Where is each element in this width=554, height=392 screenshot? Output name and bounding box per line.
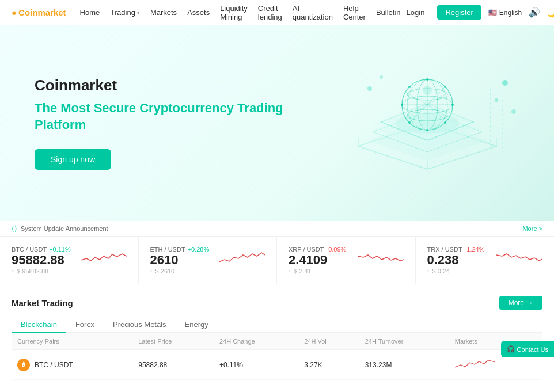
- td-turnover: 313.23M: [359, 350, 449, 380]
- svg-point-27: [444, 86, 446, 88]
- eth-sparkline: [219, 246, 265, 269]
- login-button[interactable]: Login: [401, 6, 431, 19]
- xrp-sparkline: [358, 246, 404, 269]
- hero-section: Coinmarket The Most Secure Cryptocurrenc…: [0, 25, 554, 221]
- td-vol: 3.27K: [298, 350, 359, 380]
- col-latest-price: Latest Price: [132, 333, 214, 350]
- row-sparkline: [455, 356, 495, 372]
- price-card-trx[interactable]: TRX / USDT -1.24% 0.238 ≈ $ 0.24: [416, 237, 555, 284]
- price-card-btc[interactable]: BTC / USDT +0.11% 95882.88 ≈ $ 95882.88: [0, 237, 139, 284]
- eth-usd: ≈ $ 2610: [150, 268, 210, 275]
- price-card-xrp[interactable]: XRP / USDT -0.09% 2.4109 ≈ $ 2.41: [277, 237, 416, 284]
- xrp-change: -0.09%: [327, 246, 347, 253]
- market-section: Market Trading More → Blockchain Forex P…: [0, 284, 554, 380]
- contact-us-button[interactable]: 🎧 Contact Us: [501, 341, 554, 357]
- nav-markets[interactable]: Markets: [150, 8, 177, 17]
- svg-point-35: [380, 75, 383, 79]
- theme-toggle-icon[interactable]: 🌙: [547, 7, 554, 18]
- td-pair: ₿ BTC / USDT: [12, 350, 132, 380]
- table-row[interactable]: ₿ BTC / USDT 95882.88 +0.11% 3.27K 313.2…: [12, 350, 542, 380]
- nav-credit[interactable]: Credit lending: [258, 4, 282, 21]
- flag-icon: 🇺🇸: [488, 9, 497, 17]
- btc-value: 95882.88: [12, 253, 71, 268]
- market-tabs: Blockchain Forex Precious Metals Energy: [12, 317, 542, 333]
- svg-point-32: [495, 98, 498, 102]
- tab-precious-metals[interactable]: Precious Metals: [104, 317, 175, 333]
- logo[interactable]: ● Coinmarket: [12, 7, 66, 17]
- chevron-down-icon: ▾: [137, 10, 140, 16]
- signup-button[interactable]: Sign up now: [35, 149, 111, 170]
- price-card-eth[interactable]: ETH / USDT +0.28% 2610 ≈ $ 2610: [139, 237, 278, 284]
- col-24h-turnover: 24H Turnover: [359, 333, 449, 350]
- trx-usd: ≈ $ 0.24: [427, 268, 485, 275]
- svg-point-23: [426, 129, 428, 131]
- ticker-text: System Update Announcement: [21, 225, 519, 232]
- table-header-row: Currency Pairs Latest Price 24H Change 2…: [12, 333, 542, 350]
- xrp-pair: XRP / USDT -0.09%: [289, 246, 346, 253]
- col-24h-change: 24H Change: [214, 333, 298, 350]
- market-title: Market Trading: [12, 298, 73, 308]
- svg-point-34: [367, 86, 372, 91]
- nav-liquidity[interactable]: Liquidity Mining: [220, 4, 248, 21]
- nav-bulletin[interactable]: Bulletin: [376, 8, 401, 17]
- td-change: +0.11%: [214, 350, 298, 380]
- nav-home[interactable]: Home: [80, 8, 100, 17]
- hero-brand: Coinmarket: [35, 77, 288, 94]
- headphone-icon[interactable]: 🔊: [529, 7, 540, 18]
- col-currency-pairs: Currency Pairs: [12, 333, 132, 350]
- logo-text: Coinmarket: [18, 7, 66, 17]
- nav-trading[interactable]: Trading ▾: [110, 8, 140, 17]
- lang-label: English: [499, 9, 522, 17]
- headset-icon: 🎧: [507, 345, 515, 353]
- logo-symbol: ●: [12, 7, 17, 17]
- svg-point-31: [502, 80, 508, 86]
- ticker-bar: ⟨⟩ System Update Announcement More >: [0, 221, 554, 237]
- hero-subtitle: The Most Secure Cryptocurrency Trading P…: [35, 100, 288, 133]
- svg-point-28: [408, 121, 411, 124]
- tab-blockchain[interactable]: Blockchain: [12, 317, 66, 333]
- btc-change: +0.11%: [49, 246, 71, 253]
- price-cards: BTC / USDT +0.11% 95882.88 ≈ $ 95882.88 …: [0, 237, 554, 284]
- eth-value: 2610: [150, 253, 210, 268]
- market-table: Currency Pairs Latest Price 24H Change 2…: [12, 333, 542, 380]
- nav-ai[interactable]: AI quantization: [293, 4, 333, 21]
- svg-point-33: [511, 109, 516, 114]
- language-selector[interactable]: 🇺🇸 English: [488, 9, 522, 17]
- trx-change: -1.24%: [465, 246, 485, 253]
- arrow-right-icon: →: [526, 299, 533, 307]
- btc-pair: BTC / USDT +0.11%: [12, 246, 71, 253]
- nav-assets[interactable]: Assets: [187, 8, 210, 17]
- market-header: Market Trading More →: [12, 296, 542, 310]
- svg-point-30: [423, 86, 432, 95]
- btc-usd: ≈ $ 95882.88: [12, 268, 71, 275]
- btc-icon: ₿: [17, 359, 30, 371]
- market-more-button[interactable]: More →: [499, 296, 542, 310]
- xrp-usd: ≈ $ 2.41: [289, 268, 346, 275]
- eth-change: +0.28%: [188, 246, 210, 253]
- td-price: 95882.88: [132, 350, 214, 380]
- svg-point-22: [426, 78, 428, 81]
- nav-links: Home Trading ▾ Markets Assets Liquidity …: [80, 4, 401, 21]
- navbar: ● Coinmarket Home Trading ▾ Markets Asse…: [0, 0, 554, 25]
- hero-graphic: [335, 54, 519, 192]
- tab-forex[interactable]: Forex: [66, 317, 104, 333]
- trx-value: 0.238: [427, 253, 485, 268]
- btc-sparkline: [81, 246, 127, 269]
- svg-point-24: [401, 104, 403, 106]
- register-button[interactable]: Register: [437, 5, 481, 20]
- ticker-icon: ⟨⟩: [12, 224, 17, 233]
- svg-point-29: [444, 121, 446, 124]
- svg-point-26: [408, 86, 411, 88]
- trx-pair: TRX / USDT -1.24%: [427, 246, 485, 253]
- hero-text: Coinmarket The Most Secure Cryptocurrenc…: [35, 77, 288, 170]
- contact-label: Contact Us: [517, 346, 548, 353]
- xrp-value: 2.4109: [289, 253, 346, 268]
- trx-sparkline: [496, 246, 542, 269]
- col-24h-vol: 24H Vol: [298, 333, 359, 350]
- nav-help[interactable]: Help Center: [343, 4, 366, 21]
- hero-illustration: [335, 54, 519, 192]
- ticker-more-link[interactable]: More >: [522, 225, 542, 232]
- navbar-right: Login Register 🇺🇸 English 🔊 🌙: [401, 5, 554, 20]
- eth-pair: ETH / USDT +0.28%: [150, 246, 210, 253]
- tab-energy[interactable]: Energy: [176, 317, 218, 333]
